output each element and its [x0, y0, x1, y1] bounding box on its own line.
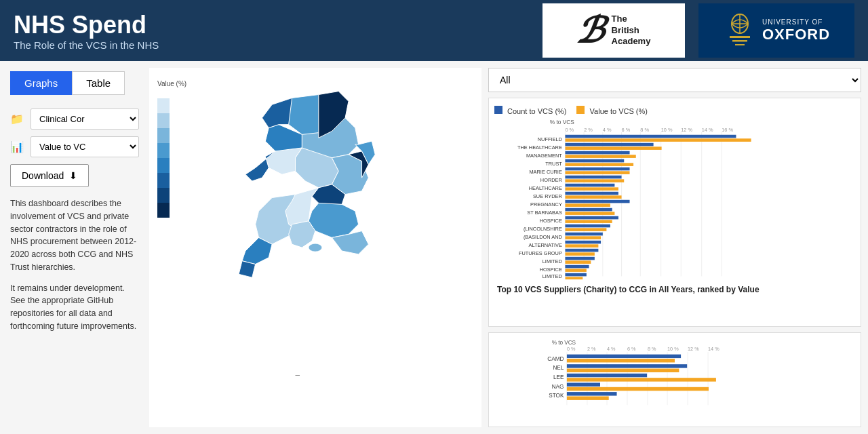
svg-rect-90	[565, 257, 594, 260]
svg-rect-97	[565, 277, 583, 279]
header-title-block: NHS Spend The Role of the VCS in the NHS	[14, 11, 529, 51]
svg-text:THE HEALTHCARE: THE HEALTHCARE	[517, 144, 562, 151]
svg-rect-6	[735, 44, 745, 45]
svg-rect-61	[565, 179, 624, 182]
svg-rect-78	[565, 224, 610, 228]
svg-rect-79	[565, 228, 606, 231]
svg-rect-85	[565, 244, 598, 248]
svg-text:4 %: 4 %	[607, 346, 616, 352]
svg-text:NAG: NAG	[552, 384, 564, 390]
svg-rect-60	[565, 176, 621, 179]
chart-icon: 📊	[10, 140, 26, 153]
england-map: –	[156, 75, 475, 420]
svg-rect-117	[567, 359, 675, 362]
app-header: NHS Spend The Role of the VCS in the NHS…	[0, 0, 868, 61]
chart1-container: Count to VCS (%) Value to VCS (%) % to V…	[488, 98, 861, 327]
app-title: NHS Spend	[14, 11, 529, 39]
svg-rect-69	[565, 200, 629, 203]
all-filter-dropdown[interactable]: All	[488, 68, 861, 92]
category-dropdown[interactable]: Clinical Cor	[31, 108, 139, 130]
svg-text:12 %: 12 %	[688, 346, 699, 352]
svg-text:SUE RYDER: SUE RYDER	[533, 193, 562, 199]
svg-text:2 %: 2 %	[584, 127, 593, 133]
svg-rect-87	[565, 249, 598, 252]
svg-rect-46	[565, 138, 751, 142]
svg-text:16 %: 16 %	[722, 127, 733, 133]
svg-text:% to VCS: % to VCS	[550, 119, 574, 125]
svg-text:STOK: STOK	[549, 393, 564, 399]
svg-text:6 %: 6 %	[622, 127, 631, 133]
description-text: This dashboard describes the involvement…	[10, 197, 139, 333]
svg-text:6 %: 6 %	[627, 346, 636, 352]
count-color-dot	[494, 106, 502, 114]
download-label: Download	[22, 170, 64, 181]
svg-rect-67	[565, 195, 621, 199]
svg-rect-120	[567, 369, 679, 372]
left-panel: Graphs Table 📁 Clinical Cor 📊 Value to V…	[0, 61, 149, 434]
legend-count-indicator: Count to VCS (%)	[494, 106, 566, 115]
svg-rect-63	[565, 184, 614, 187]
svg-text:CAMD: CAMD	[547, 356, 564, 362]
svg-rect-58	[565, 171, 629, 174]
svg-text:8 %: 8 %	[648, 346, 656, 352]
svg-text:LIMITED: LIMITED	[542, 273, 562, 279]
svg-rect-129	[567, 396, 609, 399]
svg-rect-93	[565, 265, 589, 269]
svg-text:14 %: 14 %	[702, 127, 713, 133]
value-color-dot	[576, 106, 585, 114]
svg-rect-70	[565, 203, 610, 207]
svg-text:% to VCS: % to VCS	[552, 340, 576, 346]
legend-count-label: Count to VCS (%)	[507, 107, 566, 115]
svg-rect-66	[565, 192, 618, 195]
svg-text:FUTURES GROUP: FUTURES GROUP	[519, 250, 562, 256]
svg-text:HOSPICE: HOSPICE	[540, 267, 562, 273]
legend-value-indicator: Value to VCS (%)	[576, 106, 647, 115]
svg-text:12 %: 12 %	[681, 127, 692, 133]
ba-text: The British Academy	[612, 14, 651, 48]
metric-dropdown[interactable]: Value to VC	[31, 136, 139, 157]
tab-graphs[interactable]: Graphs	[10, 71, 72, 95]
description-p2: It remains under development. See the ap…	[10, 282, 139, 333]
metric-dropdown-row: 📊 Value to VC	[10, 136, 139, 157]
download-icon: ⬇	[69, 170, 77, 181]
svg-text:4 %: 4 %	[603, 127, 612, 133]
svg-text:10 %: 10 %	[661, 127, 673, 133]
svg-rect-45	[565, 135, 736, 138]
oxford-logo: UNIVERSITY OF OXFORD	[698, 3, 854, 58]
svg-text:HEALTHCARE: HEALTHCARE	[529, 185, 562, 191]
svg-text:(BASILDON AND: (BASILDON AND	[524, 234, 562, 240]
svg-text:8 %: 8 %	[640, 127, 649, 133]
chart2-svg: % to VCS 0 % 2 % 4 % 6 % 8 % 10 % 12 % 1…	[494, 338, 855, 406]
svg-rect-55	[565, 163, 633, 166]
svg-rect-82	[565, 236, 601, 239]
svg-text:MANAGEMENT: MANAGEMENT	[526, 153, 562, 159]
svg-text:HORDER: HORDER	[540, 177, 562, 183]
svg-rect-75	[565, 216, 618, 220]
svg-text:14 %: 14 %	[708, 346, 719, 352]
svg-text:2 %: 2 %	[587, 346, 596, 352]
svg-text:ST BARNABAS: ST BARNABAS	[527, 210, 562, 216]
svg-text:LIMITED: LIMITED	[542, 258, 562, 264]
svg-rect-84	[565, 241, 601, 244]
download-button[interactable]: Download ⬇	[10, 164, 89, 187]
svg-text:LEE: LEE	[553, 374, 564, 380]
svg-text:PREGNANCY: PREGNANCY	[530, 201, 562, 208]
tab-table[interactable]: Table	[72, 71, 125, 95]
svg-text:10 %: 10 %	[667, 346, 679, 352]
legend-value-label: Value to VCS (%)	[590, 107, 648, 115]
oxford-text: UNIVERSITY OF OXFORD	[762, 18, 830, 43]
svg-text:–: –	[295, 370, 300, 378]
svg-text:0 %: 0 %	[567, 346, 576, 352]
svg-rect-57	[565, 167, 629, 171]
british-academy-logo: ℬ The British Academy	[542, 3, 685, 58]
svg-rect-88	[565, 252, 594, 256]
chart1-title: Top 10 VCS Suppliers (Charity) to CCG in…	[494, 285, 855, 294]
chart2-container: % to VCS 0 % 2 % 4 % 6 % 8 % 10 % 12 % 1…	[488, 332, 861, 427]
app-subtitle: The Role of the VCS in the NHS	[14, 39, 529, 51]
svg-text:(LINCOLNSHIRE: (LINCOLNSHIRE	[524, 226, 562, 232]
svg-rect-51	[565, 151, 629, 155]
svg-rect-81	[565, 233, 602, 236]
svg-text:NEL: NEL	[553, 365, 564, 371]
svg-rect-128	[567, 392, 617, 395]
svg-rect-125	[567, 382, 600, 386]
